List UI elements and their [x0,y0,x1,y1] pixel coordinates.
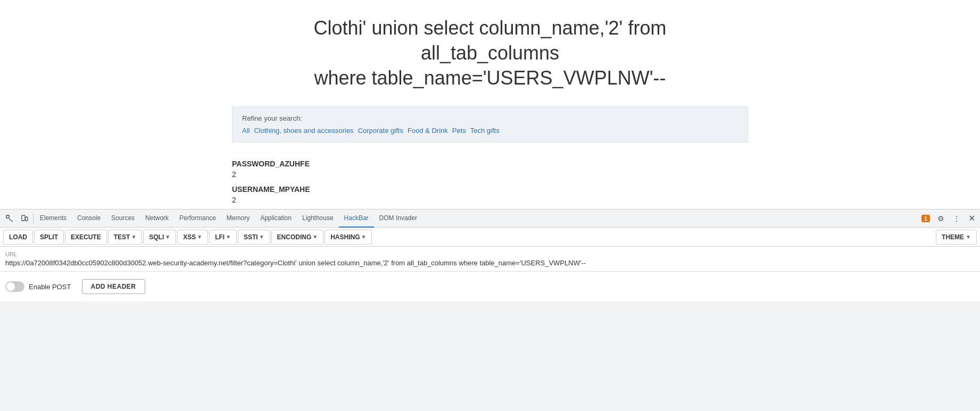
url-label: URL [5,251,975,257]
theme-dropdown-arrow: ▼ [966,234,971,240]
result-title-2: USERNAME_MPYAHE [232,185,748,194]
refine-label: Refine your search: [242,114,738,122]
devtools-panel: Elements Console Sources Network Perform… [0,209,980,411]
lfi-dropdown-arrow: ▼ [226,234,231,240]
tab-application[interactable]: Application [255,209,297,228]
result-item: USERNAME_MPYAHE 2 [232,185,748,204]
hashing-dropdown-arrow: ▼ [361,234,367,240]
svg-rect-0 [6,215,9,218]
sqli-dropdown-arrow: ▼ [165,234,170,240]
tab-lighthouse[interactable]: Lighthouse [297,209,339,228]
enable-post-label: Enable POST [29,283,71,291]
xss-dropdown-arrow: ▼ [197,234,202,240]
search-refine-links: All Clothing, shoes and accessories Corp… [242,127,738,135]
hackbar-xss-button[interactable]: XSS ▼ [177,230,208,245]
hackbar-sqli-button[interactable]: SQLI ▼ [143,230,176,245]
refine-link-all[interactable]: All [242,127,250,135]
add-header-button[interactable]: ADD HEADER [82,279,145,294]
result-value-1: 2 [232,170,748,179]
results-area: PASSWORD_AZUHFE 2 USERNAME_MPYAHE 2 [232,153,748,209]
hackbar-theme-button[interactable]: THEME ▼ [936,230,977,245]
svg-rect-2 [26,217,28,221]
hackbar-encoding-button[interactable]: ENCODING ▼ [271,230,324,245]
enable-post-toggle: Enable POST [5,281,71,292]
tab-performance[interactable]: Performance [174,209,221,228]
result-title-1: PASSWORD_AZUHFE [232,160,748,168]
hackbar-split-button[interactable]: SPLIT [34,230,64,245]
hackbar-bottom-area: Enable POST ADD HEADER [0,272,980,301]
refine-link-tech[interactable]: Tech gifts [470,127,500,135]
svg-rect-1 [22,215,25,221]
hackbar-execute-button[interactable]: EXECUTE [65,230,107,245]
tab-elements[interactable]: Elements [35,209,72,228]
url-value[interactable]: https://0a72008f0342db0cc05902c800d30052… [5,258,975,268]
refine-link-clothing[interactable]: Clothing, shoes and accessories [254,127,353,135]
notification-badge: 1 [921,215,930,222]
refine-link-corporate[interactable]: Corporate gifts [358,127,403,135]
search-refine-box: Refine your search: All Clothing, shoes … [232,106,748,142]
tab-separator [33,213,34,224]
hackbar-ssti-button[interactable]: SSTI ▼ [238,230,270,245]
tab-sources[interactable]: Sources [106,209,140,228]
hackbar-toolbar: LOAD SPLIT EXECUTE TEST ▼ SQLI ▼ XSS ▼ L… [0,228,980,247]
tab-hackbar[interactable]: HackBar [339,209,374,228]
page-title: Clothi' union select column_name,'2' fro… [251,16,729,90]
devtools-close-button[interactable]: ✕ [965,212,978,225]
devtools-more-icon[interactable]: ⋮ [949,211,964,226]
tab-memory[interactable]: Memory [221,209,255,228]
tab-network[interactable]: Network [140,209,174,228]
devtools-inspect-icon[interactable] [2,211,17,226]
hackbar-lfi-button[interactable]: LFI ▼ [209,230,237,245]
result-value-2: 2 [232,196,748,204]
result-item: PASSWORD_AZUHFE 2 [232,160,748,179]
devtools-device-icon[interactable] [17,211,32,226]
devtools-tabs-bar: Elements Console Sources Network Perform… [0,209,980,228]
ssti-dropdown-arrow: ▼ [259,234,264,240]
hackbar-hashing-button[interactable]: HASHING ▼ [325,230,372,245]
devtools-tab-right: 1 ⚙ ⋮ ✕ [921,211,978,226]
hackbar-load-button[interactable]: LOAD [3,230,33,245]
encoding-dropdown-arrow: ▼ [312,234,318,240]
tab-console[interactable]: Console [72,209,106,228]
hackbar-url-area: URL https://0a72008f0342db0cc05902c800d3… [0,247,980,272]
refine-link-food[interactable]: Food & Drink [408,127,448,135]
refine-link-pets[interactable]: Pets [452,127,466,135]
devtools-settings-icon[interactable]: ⚙ [933,211,948,226]
enable-post-toggle-switch[interactable] [5,281,24,292]
test-dropdown-arrow: ▼ [131,234,136,240]
tab-dom-invader[interactable]: DOM Invader [374,209,422,228]
hackbar-test-button[interactable]: TEST ▼ [108,230,143,245]
